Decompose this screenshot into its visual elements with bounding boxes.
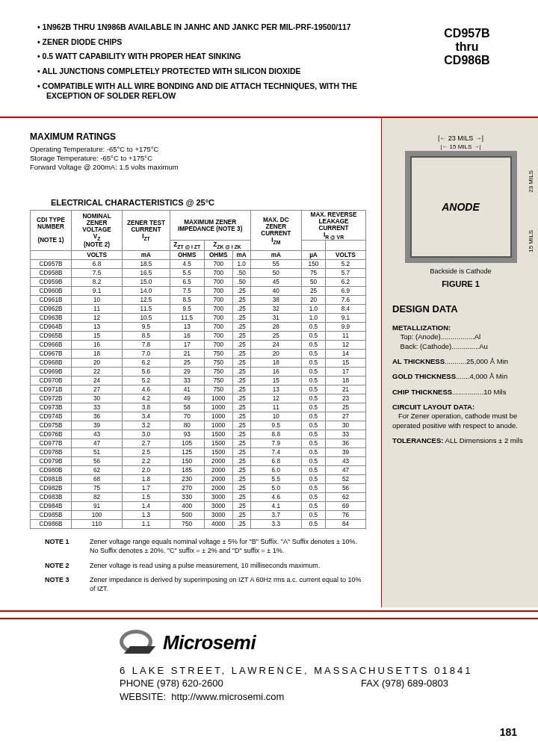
table-row: CD966B167.817700.25240.512 (31, 341, 366, 350)
address-line: 6 LAKE STREET, LAWRENCE, MASSACHUSETTS 0… (120, 664, 508, 678)
part-to: CD986B (411, 54, 523, 67)
design-data-title: DESIGN DATA (392, 303, 529, 315)
table-row: CD969B225.629750.25160.517 (31, 368, 366, 377)
bullet: 1N962B THRU 1N986B AVAILABLE IN JANHC AN… (46, 22, 396, 33)
table-row: CD976B433.0931500.258.80.533 (31, 430, 366, 439)
rating-line: Storage Temperature: -65°C to +175°C (30, 154, 366, 162)
website-url: http://www.microsemi.com (171, 691, 284, 702)
note-text: Zener voltage range equals nominal volta… (90, 538, 366, 555)
part-mid: thru (411, 40, 523, 54)
table-row: CD961B1012.58.5700.2538207.6 (31, 296, 366, 305)
table-row: CD982B751.72702000.255.00.556 (31, 484, 366, 493)
chip-thickness: CHIP THICKNESS................10 Mils (392, 388, 529, 397)
divider (0, 610, 538, 612)
website-label: WEBSITE: (120, 691, 166, 702)
table-row: CD971B274.641750.25130.521 (31, 385, 366, 394)
anode-label: ANODE (442, 201, 480, 213)
rating-line: Operating Temperature: -65°C to +175°C (30, 145, 366, 153)
figure-label: FIGURE 1 (392, 279, 529, 288)
table-row: CD972B304.2491000.25120.523 (31, 394, 366, 403)
page-number: 181 (500, 726, 517, 738)
table-row: CD968B206.225750.25180.515 (31, 359, 366, 368)
bullet: 0.5 WATT CAPABILITY WITH PROPER HEAT SIN… (46, 52, 396, 62)
bullet: COMPATIBLE WITH ALL WIRE BONDING AND DIE… (46, 81, 396, 102)
phone: PHONE (978) 620-2600 (120, 677, 223, 690)
table-row: CD981B681.82302000.255.50.552 (31, 475, 366, 484)
circuit-layout: CIRCUIT LAYOUT DATA: For Zener operation… (392, 403, 529, 430)
brand-name: Microsemi (163, 631, 256, 654)
table-row: CD977B472.71051500.257.90.536 (31, 439, 366, 448)
max-ratings-title: MAXIMUM RATINGS (30, 131, 366, 142)
rating-line: Forward Voltage @ 200mA: 1.5 volts maxim… (30, 163, 366, 171)
part-number-range: CD957B thru CD986B (411, 22, 523, 114)
table-row: CD980B622.01852000.256.00.547 (31, 466, 366, 475)
table-row: CD973B333.8581000.25110.525 (31, 403, 366, 412)
table-row: CD967B187.021750.25200.514 (31, 350, 366, 359)
table-row: CD970B245.233750.25150.518 (31, 377, 366, 385)
note-text: Zener impedance is derived by superimpos… (90, 576, 366, 593)
table-row: CD985B1001.35003000.253.70.576 (31, 511, 366, 520)
note-label: NOTE 3 (45, 576, 90, 593)
table-row: CD957B6.818.54.57001.0551505.2 (31, 260, 366, 269)
figure-caption: Backside is Cathode (392, 267, 529, 275)
notes-section: NOTE 1Zener voltage range equals nominal… (45, 538, 366, 593)
table-row: CD964B139.513700.25280.59.9 (31, 323, 366, 332)
table-row: CD960B9.114.07.5700.2540256.9 (31, 287, 366, 296)
table-row: CD978B512.51251500.257.40.539 (31, 448, 366, 457)
note-label: NOTE 1 (45, 538, 90, 555)
table-row: CD965B158.516700.25250.511 (31, 332, 366, 341)
table-row: CD986B1101.17504000.253.30.584 (31, 520, 366, 529)
bullet: ALL JUNCTIONS COMPLETELY PROTECTED WITH … (46, 66, 396, 77)
metallization: METALLIZATION: Top: (Anode).............… (392, 323, 529, 351)
part-from: CD957B (411, 27, 523, 40)
table-row: CD958B7.516.55.5700.5050755.7 (31, 269, 366, 278)
table-row: CD963B1210.511.5700.25311.09.1 (31, 314, 366, 323)
chip-diagram: |← 23 MILS →| |← 15 MILS →| ANODE 23 MIL… (398, 134, 525, 263)
note-text: Zener voltage is read using a pulse meas… (90, 562, 366, 571)
footer: Microsemi 6 LAKE STREET, LAWRENCE, MASSA… (0, 618, 538, 719)
table-row: CD962B1111.59.5700.25321.08.4 (31, 305, 366, 314)
table-row: CD984B911.44003000.254.10.569 (31, 502, 366, 511)
electrical-characteristics-table: CDI TYPE NUMBER(NOTE 1) NOMINAL ZENER VO… (30, 210, 366, 529)
tolerances: TOLERANCES: ALL Dimensions ± 2 mils (392, 436, 529, 445)
fax: FAX (978) 689-0803 (361, 677, 448, 690)
note-label: NOTE 2 (45, 562, 90, 571)
elec-characteristics-title: ELECTRICAL CHARACTERISTICS @ 25°C (51, 198, 366, 207)
bullet: ZENER DIODE CHIPS (46, 37, 396, 48)
table-row: CD974B363.4701000.25100.527 (31, 412, 366, 421)
table-row: CD983B821.53303000.254.60.562 (31, 493, 366, 502)
al-thickness: AL THICKNESS...........25,000 Å Min (392, 357, 529, 366)
table-row: CD979B562.21502000.256.80.543 (31, 457, 366, 466)
table-row: CD975B393.2801000.259.50.530 (31, 421, 366, 430)
gold-thickness: GOLD THICKNESS.......4,000 Å Min (392, 372, 529, 381)
microsemi-logo-icon (120, 630, 158, 657)
table-row: CD959B8.215.06.5700.5045506.2 (31, 278, 366, 287)
feature-bullets: 1N962B THRU 1N986B AVAILABLE IN JANHC AN… (15, 22, 411, 114)
